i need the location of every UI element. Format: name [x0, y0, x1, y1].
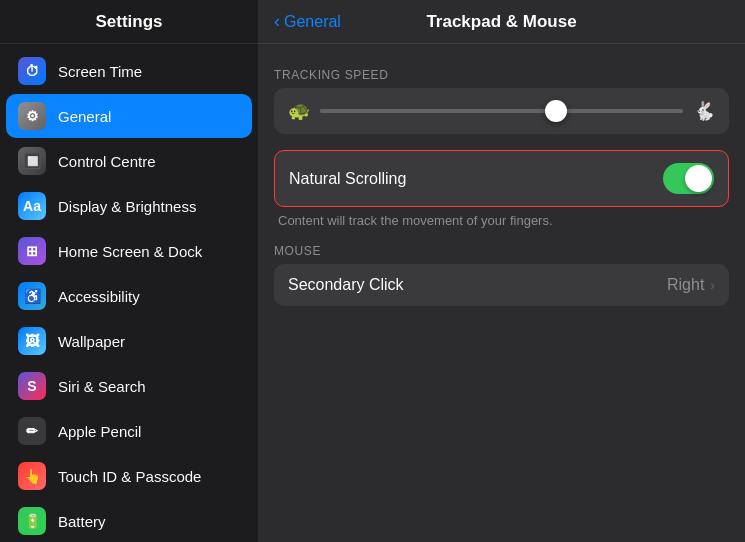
main-content: ‹ General Trackpad & Mouse TRACKING SPEE…: [258, 0, 745, 542]
pencil-icon: ✏: [18, 417, 46, 445]
sidebar-item-homescreen[interactable]: ⊞Home Screen & Dock: [6, 229, 252, 273]
secondary-click-chevron: ›: [710, 277, 715, 293]
sidebar-item-label-control-centre: Control Centre: [58, 153, 156, 170]
wallpaper-icon: 🖼: [18, 327, 46, 355]
sidebar-list: ⏱Screen Time⚙General🔲Control CentreAaDis…: [0, 44, 258, 542]
sidebar-item-label-touchid: Touch ID & Passcode: [58, 468, 201, 485]
back-chevron: ‹: [274, 11, 280, 32]
sidebar-item-battery[interactable]: 🔋Battery: [6, 499, 252, 542]
natural-scrolling-label: Natural Scrolling: [289, 170, 406, 188]
mouse-section: MOUSE Secondary Click Right ›: [274, 244, 729, 306]
natural-scrolling-toggle[interactable]: [663, 163, 714, 194]
sidebar-item-label-general: General: [58, 108, 111, 125]
slider-track[interactable]: [320, 109, 683, 113]
sidebar-item-display[interactable]: AaDisplay & Brightness: [6, 184, 252, 228]
natural-scrolling-section: Natural Scrolling Content will track the…: [274, 150, 729, 228]
sidebar: Settings ⏱Screen Time⚙General🔲Control Ce…: [0, 0, 258, 542]
sidebar-item-label-screen-time: Screen Time: [58, 63, 142, 80]
sidebar-item-label-wallpaper: Wallpaper: [58, 333, 125, 350]
back-label: General: [284, 13, 341, 31]
page-title: Trackpad & Mouse: [426, 12, 576, 32]
tracking-speed-slider-container: 🐢 🐇: [274, 88, 729, 134]
sidebar-item-siri[interactable]: SSiri & Search: [6, 364, 252, 408]
sidebar-item-label-battery: Battery: [58, 513, 106, 530]
sidebar-item-touchid[interactable]: 👆Touch ID & Passcode: [6, 454, 252, 498]
natural-scrolling-row: Natural Scrolling: [274, 150, 729, 207]
sidebar-item-label-display: Display & Brightness: [58, 198, 196, 215]
sidebar-item-label-siri: Siri & Search: [58, 378, 146, 395]
control-centre-icon: 🔲: [18, 147, 46, 175]
tracking-speed-section: TRACKING SPEED 🐢 🐇: [274, 68, 729, 134]
sidebar-item-wallpaper[interactable]: 🖼Wallpaper: [6, 319, 252, 363]
main-header: ‹ General Trackpad & Mouse: [258, 0, 745, 44]
slider-max-icon: 🐇: [693, 100, 715, 122]
sidebar-item-label-homescreen: Home Screen & Dock: [58, 243, 202, 260]
sidebar-item-label-pencil: Apple Pencil: [58, 423, 141, 440]
natural-scrolling-hint: Content will track the movement of your …: [274, 213, 729, 228]
secondary-click-row[interactable]: Secondary Click Right ›: [274, 264, 729, 306]
sidebar-header: Settings: [0, 0, 258, 44]
sidebar-item-general[interactable]: ⚙General: [6, 94, 252, 138]
sidebar-item-control-centre[interactable]: 🔲Control Centre: [6, 139, 252, 183]
touchid-icon: 👆: [18, 462, 46, 490]
screen-time-icon: ⏱: [18, 57, 46, 85]
sidebar-item-screen-time[interactable]: ⏱Screen Time: [6, 49, 252, 93]
main-body: TRACKING SPEED 🐢 🐇 Natural Scrolling Con…: [258, 44, 745, 330]
toggle-knob: [685, 165, 712, 192]
mouse-label: MOUSE: [274, 244, 729, 258]
secondary-click-value: Right: [667, 276, 704, 294]
sidebar-title: Settings: [95, 12, 162, 32]
accessibility-icon: ♿: [18, 282, 46, 310]
sidebar-item-accessibility[interactable]: ♿Accessibility: [6, 274, 252, 318]
tracking-speed-label: TRACKING SPEED: [274, 68, 729, 82]
secondary-click-label: Secondary Click: [288, 276, 404, 294]
slider-thumb[interactable]: [545, 100, 567, 122]
slider-min-icon: 🐢: [288, 100, 310, 122]
sidebar-item-label-accessibility: Accessibility: [58, 288, 140, 305]
secondary-click-value-group: Right ›: [667, 276, 715, 294]
battery-icon: 🔋: [18, 507, 46, 535]
back-button[interactable]: ‹ General: [274, 11, 341, 32]
homescreen-icon: ⊞: [18, 237, 46, 265]
siri-icon: S: [18, 372, 46, 400]
general-icon: ⚙: [18, 102, 46, 130]
sidebar-item-pencil[interactable]: ✏Apple Pencil: [6, 409, 252, 453]
display-icon: Aa: [18, 192, 46, 220]
